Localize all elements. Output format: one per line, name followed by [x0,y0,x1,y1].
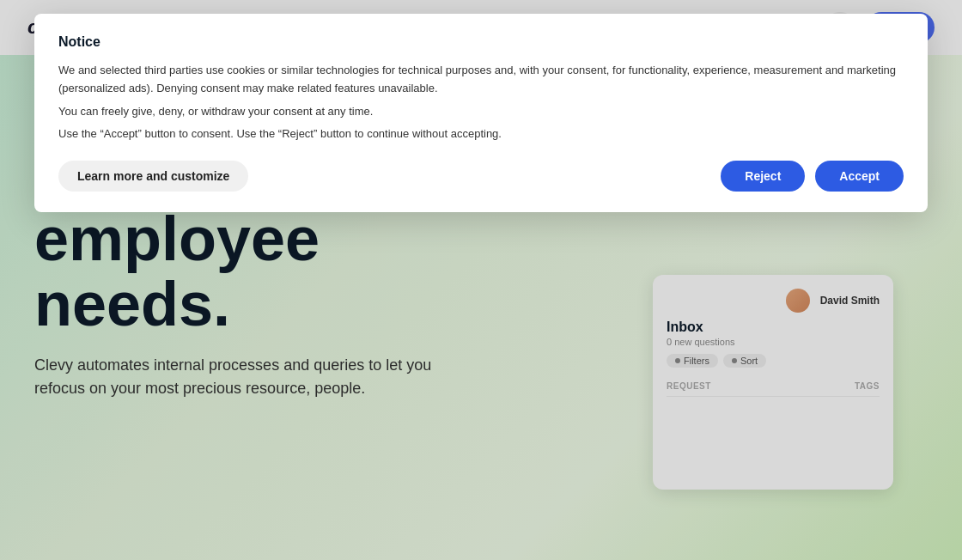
accept-button[interactable]: Accept [815,161,904,192]
learn-more-customize-button[interactable]: Learn more and customize [58,161,248,192]
cookie-body-line1: We and selected third parties use cookie… [58,62,904,98]
cookie-body-line3: Use the “Accept” button to consent. Use … [58,125,904,143]
cookie-notice-modal: Notice We and selected third parties use… [34,14,928,212]
cookie-modal-title: Notice [58,34,904,50]
accept-reject-group: Reject Accept [721,161,904,192]
cookie-actions: Learn more and customize Reject Accept [58,161,904,192]
reject-button[interactable]: Reject [721,161,805,192]
cookie-body-line2: You can freely give, deny, or withdraw y… [58,103,904,121]
